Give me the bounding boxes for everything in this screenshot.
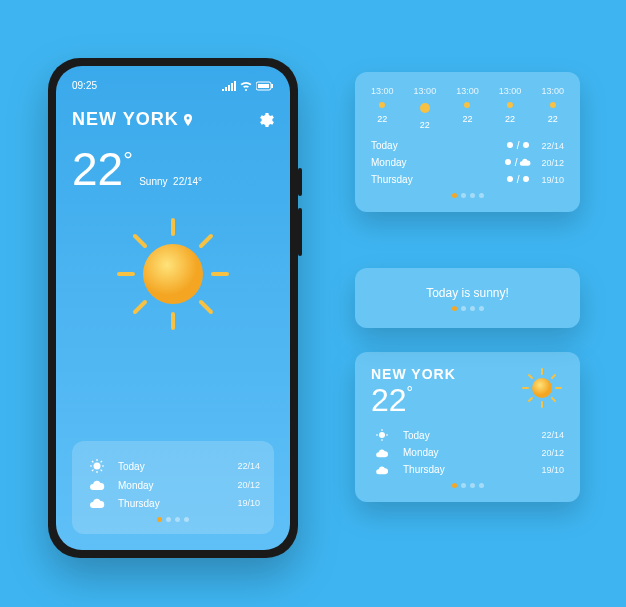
svg-line-8: [201, 302, 211, 312]
cloud-icon: [89, 497, 105, 509]
cloud-icon: [375, 465, 389, 475]
svg-line-36: [552, 398, 555, 401]
forecast-row: Monday 20/12: [371, 447, 564, 458]
sun-icon: [548, 100, 558, 110]
signal-icon: [222, 81, 236, 91]
hourly-row: 13:00 22 13:00 22 13:00 22 13:00 22 13:0…: [371, 86, 564, 130]
svg-line-38: [529, 398, 532, 401]
svg-line-19: [101, 461, 102, 462]
gear-icon[interactable]: [258, 112, 274, 128]
svg-point-21: [379, 102, 385, 108]
pagination-dots[interactable]: [86, 517, 260, 522]
hourly-item: 13:00 22: [541, 86, 564, 130]
forecast-row: Thursday 19/10: [86, 497, 260, 509]
hourly-item: 13:00 22: [371, 86, 394, 130]
battery-icon: [256, 81, 274, 91]
forecast-row: Today 22/14: [86, 459, 260, 473]
svg-rect-1: [258, 84, 269, 88]
hourly-item: 13:00 22: [499, 86, 522, 130]
forecast-row: Monday 20/12: [86, 479, 260, 491]
widget-hourly-forecast[interactable]: 13:00 22 13:00 22 13:00 22 13:00 22 13:0…: [355, 72, 580, 212]
sun-icon: [505, 140, 515, 150]
svg-line-37: [552, 375, 555, 378]
pagination-dots[interactable]: [371, 193, 564, 198]
svg-line-20: [92, 470, 93, 471]
phone-frame: 09:25 NEW YORK 22 Sunny 22/14°: [48, 58, 298, 558]
cloud-icon: [519, 157, 531, 167]
sun-icon: [90, 459, 104, 473]
svg-point-30: [523, 176, 529, 182]
cloud-icon: [375, 448, 389, 458]
forecast-row: Today 22/14: [371, 429, 564, 441]
wifi-icon: [240, 81, 252, 91]
sun-icon: [521, 174, 531, 184]
sun-icon: [376, 429, 388, 441]
current-temp: 22: [72, 142, 123, 196]
svg-line-9: [201, 236, 211, 246]
message-text: Today is sunny!: [426, 286, 509, 300]
svg-point-28: [505, 159, 511, 165]
current-temp-block: 22 Sunny 22/14°: [72, 142, 274, 196]
svg-point-23: [464, 102, 470, 108]
forecast-row: Today / 22/14: [371, 140, 564, 151]
svg-line-17: [92, 461, 93, 462]
hero-sun-icon: [72, 214, 274, 334]
header: NEW YORK: [72, 109, 274, 130]
sun-icon: [505, 174, 515, 184]
svg-line-18: [101, 470, 102, 471]
forecast-row: Thursday 19/10: [371, 464, 564, 475]
sun-icon: [503, 157, 513, 167]
widget-city-summary[interactable]: NEW YORK 22 Today 22/14 Monday 20/12 Thu…: [355, 352, 580, 502]
svg-point-29: [507, 176, 513, 182]
sun-icon: [505, 100, 515, 110]
sun-icon: [521, 140, 531, 150]
svg-point-12: [94, 463, 101, 470]
widget-message[interactable]: Today is sunny!: [355, 268, 580, 328]
sun-icon: [520, 366, 564, 410]
svg-line-10: [135, 302, 145, 312]
sun-icon: [417, 100, 433, 116]
cloud-icon: [89, 479, 105, 491]
forecast-card[interactable]: Today 22/14 Monday 20/12 Thursday 19/10: [72, 441, 274, 534]
city-label[interactable]: NEW YORK: [72, 109, 193, 130]
svg-point-25: [550, 102, 556, 108]
svg-point-11: [143, 244, 203, 304]
hourly-item: 13:00 22: [414, 86, 437, 130]
sun-icon: [462, 100, 472, 110]
current-condition: Sunny 22/14°: [139, 176, 202, 187]
widget-temp: 22: [371, 382, 456, 419]
svg-point-40: [379, 432, 385, 438]
svg-point-26: [507, 142, 513, 148]
pagination-dots[interactable]: [452, 306, 484, 311]
phone-screen: 09:25 NEW YORK 22 Sunny 22/14°: [56, 66, 290, 550]
forecast-row: Thursday / 19/10: [371, 174, 564, 185]
status-icons: [222, 81, 274, 91]
widget-city: NEW YORK: [371, 366, 456, 382]
pagination-dots[interactable]: [371, 483, 564, 488]
svg-rect-2: [271, 84, 273, 88]
location-pin-icon: [183, 114, 193, 126]
svg-point-22: [420, 103, 430, 113]
svg-point-24: [507, 102, 513, 108]
svg-line-35: [529, 375, 532, 378]
svg-point-39: [532, 378, 552, 398]
city-text: NEW YORK: [72, 109, 179, 130]
svg-line-7: [135, 236, 145, 246]
sun-icon: [377, 100, 387, 110]
hourly-item: 13:00 22: [456, 86, 479, 130]
svg-point-27: [523, 142, 529, 148]
status-time: 09:25: [72, 80, 97, 91]
forecast-row: Monday / 20/12: [371, 157, 564, 168]
status-bar: 09:25: [72, 80, 274, 91]
